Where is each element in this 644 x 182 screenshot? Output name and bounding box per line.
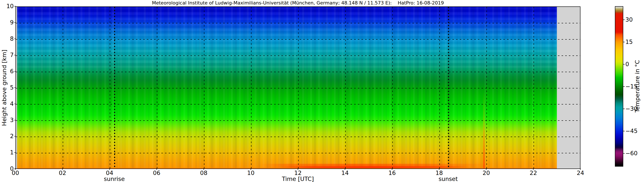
- x-tick-06: 06: [153, 170, 160, 176]
- colorbar-tick-30: 30: [626, 16, 633, 23]
- y-tick-6: 6: [5, 68, 14, 74]
- sunset-marker-line: [448, 7, 449, 168]
- y-tick-10: 10: [5, 3, 14, 10]
- colorbar-tick-0: 0: [626, 61, 629, 68]
- colorbar-tick-15: 15: [626, 38, 633, 45]
- heatmap-column-texture-2: [17, 7, 557, 168]
- y-tick-7: 7: [5, 52, 14, 58]
- x-tick-08: 08: [200, 170, 208, 176]
- grid-line-04h: [110, 7, 110, 168]
- warm-streak-1955utc: [483, 92, 485, 168]
- y-tick-8: 8: [5, 35, 14, 42]
- y-tick-5: 5: [5, 84, 14, 91]
- grid-line-18h: [440, 7, 440, 168]
- y-tick-4: 4: [5, 100, 14, 107]
- y-tick-9: 9: [5, 19, 14, 26]
- colorbar-tick--45: −45: [626, 128, 638, 134]
- grid-line-6km: [16, 72, 580, 72]
- grid-line-7km: [16, 56, 580, 56]
- grid-line-2km: [16, 136, 580, 137]
- no-data-region: [557, 7, 580, 168]
- grid-line-12h: [298, 7, 298, 168]
- heatmap-column-texture: [17, 7, 557, 168]
- grid-line-9km: [16, 23, 580, 23]
- grid-line-1km: [16, 153, 580, 153]
- grid-line-02h: [63, 7, 63, 168]
- grid-line-4km: [16, 104, 580, 104]
- heatmap-horizontal-banding-texture: [16, 7, 580, 68]
- x-tick-00: 00: [12, 170, 19, 176]
- colorbar-axis-label: Temperature in °C: [634, 60, 640, 112]
- colorbar: [615, 6, 623, 166]
- sunrise-label: sunrise: [104, 176, 125, 182]
- x-tick-02: 02: [59, 170, 66, 176]
- grid-line-20h: [486, 7, 487, 168]
- sunset-label: sunset: [438, 176, 458, 182]
- grid-line-3km: [16, 120, 580, 121]
- x-tick-10: 10: [247, 170, 254, 176]
- grid-line-16h: [392, 7, 393, 168]
- x-axis-label: Time [UTC]: [282, 176, 314, 182]
- x-tick-12: 12: [294, 170, 302, 176]
- x-tick-22: 22: [530, 170, 537, 176]
- sunrise-marker-line: [114, 7, 115, 168]
- grid-line-10h: [251, 7, 252, 168]
- grid-line-08h: [204, 7, 204, 168]
- x-tick-14: 14: [341, 170, 349, 176]
- x-tick-04: 04: [106, 170, 113, 176]
- x-tick-18: 18: [436, 170, 443, 176]
- x-tick-20: 20: [483, 170, 490, 176]
- colorbar-tick--60: −60: [626, 150, 638, 156]
- heatmap-plot-area: [16, 6, 580, 169]
- no-data-left-sliver: [16, 7, 17, 168]
- y-tick-3: 3: [5, 117, 14, 123]
- x-tick-24: 24: [577, 170, 584, 176]
- chart-title: Meteorological Institute of Ludwig-Maxim…: [152, 0, 444, 6]
- grid-line-06h: [157, 7, 157, 168]
- grid-line-5km: [16, 88, 580, 88]
- surface-base-line: [17, 168, 557, 168]
- y-tick-1: 1: [5, 149, 14, 156]
- y-tick-2: 2: [5, 133, 14, 140]
- grid-line-22h: [534, 7, 534, 168]
- x-tick-16: 16: [388, 170, 396, 176]
- grid-line-14h: [345, 7, 346, 168]
- grid-line-8km: [16, 39, 580, 40]
- figure: Meteorological Institute of Ludwig-Maxim…: [0, 0, 644, 182]
